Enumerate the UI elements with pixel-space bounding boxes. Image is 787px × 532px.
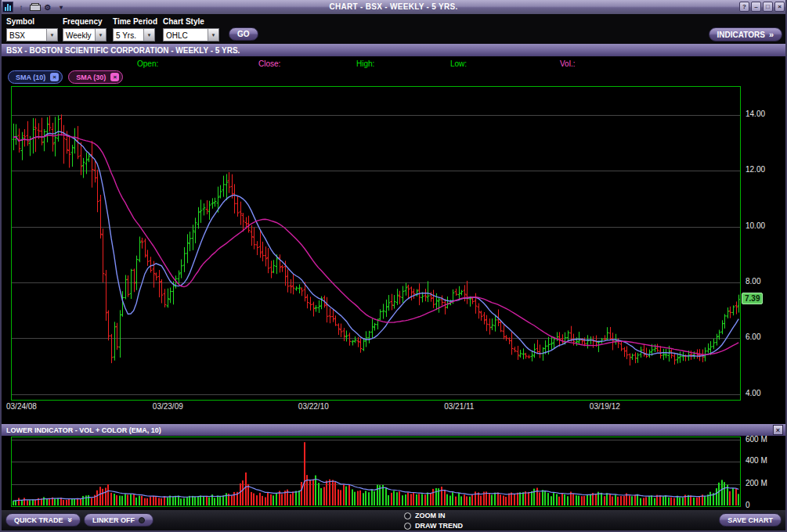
chevron-down-icon[interactable]: ▼ <box>46 29 57 41</box>
minimize-button[interactable]: – <box>751 2 761 12</box>
price-axis-label: 4.00 <box>745 389 760 397</box>
draw-trend-option: DRAW TREND <box>404 521 463 530</box>
volume-canvas[interactable] <box>12 437 740 506</box>
open-label: Open: <box>137 59 158 68</box>
price-axis-label: 14.00 <box>745 110 765 118</box>
symbol-strip-title: BSX - BOSTON SCIENTIFIC CORPORATION - WE… <box>6 46 240 55</box>
chart-style-label: Chart Style <box>163 17 219 26</box>
volume-axis-label: 400 M <box>745 456 767 465</box>
linker-button[interactable]: LINKER OFF <box>84 513 153 527</box>
linker-label: LINKER OFF <box>92 516 135 524</box>
draw-trend-radio[interactable] <box>404 523 411 530</box>
frequency-value: Weekly <box>63 29 95 41</box>
volume-axis-label: 600 M <box>745 435 767 444</box>
time-axis-label: 03/23/09 <box>153 402 183 411</box>
pop-out-icon[interactable]: ↑ <box>16 2 27 13</box>
sma30-badge-label: SMA (30) <box>76 74 106 81</box>
sma10-badge-label: SMA (10) <box>16 74 45 81</box>
symbol-strip: BSX - BOSTON SCIENTIFIC CORPORATION - WE… <box>2 44 785 56</box>
price-canvas[interactable] <box>12 87 740 400</box>
chart-style-value: OHLC <box>164 29 208 41</box>
time-axis-label: 03/21/11 <box>444 402 474 411</box>
symbol-select[interactable]: BSX ▼ <box>6 28 58 41</box>
volume-axis-label: 0 <box>745 501 750 509</box>
low-label: Low: <box>450 59 467 68</box>
zoom-in-label: ZOOM IN <box>415 512 446 519</box>
chevron-down-icon[interactable]: ▼ <box>95 29 106 41</box>
help-button[interactable]: ? <box>739 2 749 12</box>
go-button[interactable]: GO <box>229 27 258 41</box>
maximize-button[interactable]: □ <box>763 2 773 12</box>
window-title: CHART - BSX - WEEKLY - 5 YRS. <box>0 2 787 11</box>
window-controls: ? – □ × <box>739 2 785 12</box>
frequency-label: Frequency <box>63 17 106 26</box>
price-axis: 14.0012.0010.008.006.004.007.39 <box>744 86 786 401</box>
price-axis-label: 6.00 <box>745 332 760 341</box>
titlebar: ↑ ⚙ ▾ CHART - BSX - WEEKLY - 5 YRS. ? – … <box>0 0 787 14</box>
time-axis: 03/24/0803/23/0903/22/1003/21/1103/19/12 <box>11 402 741 413</box>
time-axis-label: 03/19/12 <box>590 402 620 411</box>
quote-info-row: Open: Close: High: Low: Vol.: <box>0 56 787 70</box>
time-period-value: 5 Yrs. <box>114 29 143 41</box>
sma30-badge[interactable]: SMA (30) × <box>68 70 123 84</box>
price-axis-label: 10.00 <box>745 221 765 230</box>
settings-icon[interactable]: ⚙ <box>42 2 53 13</box>
titlebar-icons: ↑ ⚙ ▾ <box>2 2 67 13</box>
last-price-tag: 7.39 <box>742 293 763 304</box>
zoom-in-option: ZOOM IN <box>404 511 463 520</box>
lower-indicator-close-button[interactable]: × <box>773 425 783 435</box>
indicators-button[interactable]: INDICATORS » <box>709 27 782 41</box>
draw-trend-label: DRAW TREND <box>415 522 463 530</box>
zoom-in-radio[interactable] <box>404 512 411 519</box>
sma10-remove-icon[interactable]: × <box>50 73 59 81</box>
time-axis-label: 03/24/08 <box>6 402 37 411</box>
chevron-down-icon: » <box>65 517 74 522</box>
price-axis-label: 12.00 <box>745 165 765 174</box>
chart-style-field: Chart Style OHLC ▼ <box>163 17 219 41</box>
chevron-right-icon: » <box>769 31 774 39</box>
time-period-select[interactable]: 5 Yrs. ▼ <box>113 28 155 41</box>
chart-window: ↑ ⚙ ▾ CHART - BSX - WEEKLY - 5 YRS. ? – … <box>0 0 787 532</box>
quick-trade-button[interactable]: QUICK TRADE » <box>5 513 81 527</box>
linker-status-icon <box>139 517 145 523</box>
close-button[interactable]: × <box>774 2 785 12</box>
bottom-bar: QUICK TRADE » LINKER OFF ZOOM IN DRAW TR… <box>2 510 785 530</box>
vol-label: Vol.: <box>560 59 575 68</box>
chart-style-select[interactable]: OHLC ▼ <box>163 28 219 41</box>
symbol-field: Symbol BSX ▼ <box>6 17 58 41</box>
print-icon[interactable] <box>29 2 40 13</box>
sma30-remove-icon[interactable]: × <box>110 73 119 81</box>
indicators-label: INDICATORS <box>717 31 765 39</box>
lower-indicator-header: LOWER INDICATOR - VOL + COLOR (EMA, 10) … <box>2 424 785 436</box>
price-chart[interactable] <box>11 86 741 401</box>
chevron-down-icon[interactable]: ▼ <box>208 29 218 41</box>
symbol-value: BSX <box>7 29 46 41</box>
chart-app-icon[interactable] <box>2 2 13 13</box>
time-period-label: Time Period <box>113 17 157 26</box>
volume-axis-label: 200 M <box>745 479 767 487</box>
chevron-down-icon[interactable]: ▼ <box>143 29 154 41</box>
chart-mode-controls: ZOOM IN DRAW TREND <box>404 511 463 530</box>
save-chart-button[interactable]: SAVE CHART <box>719 513 782 527</box>
frequency-select[interactable]: Weekly ▼ <box>63 28 106 41</box>
time-period-field: Time Period 5 Yrs. ▼ <box>113 17 157 41</box>
overlay-badges: SMA (10) × SMA (30) × <box>8 70 123 84</box>
time-axis-label: 03/22/10 <box>298 402 329 411</box>
toolbar: Symbol BSX ▼ Frequency Weekly ▼ Time Per… <box>0 14 787 44</box>
sma10-badge[interactable]: SMA (10) × <box>8 70 63 84</box>
lower-indicator-title: LOWER INDICATOR - VOL + COLOR (EMA, 10) <box>6 426 161 434</box>
volume-axis: 600 M400 M200 M0 <box>744 437 786 507</box>
symbol-label: Symbol <box>6 17 58 26</box>
high-label: High: <box>356 59 374 68</box>
volume-chart[interactable] <box>11 437 741 507</box>
price-axis-label: 8.00 <box>745 277 760 286</box>
close-label: Close: <box>258 59 280 68</box>
quick-trade-label: QUICK TRADE <box>14 516 63 524</box>
frequency-field: Frequency Weekly ▼ <box>63 17 106 41</box>
titlebar-menu-caret-icon[interactable]: ▾ <box>56 2 67 13</box>
